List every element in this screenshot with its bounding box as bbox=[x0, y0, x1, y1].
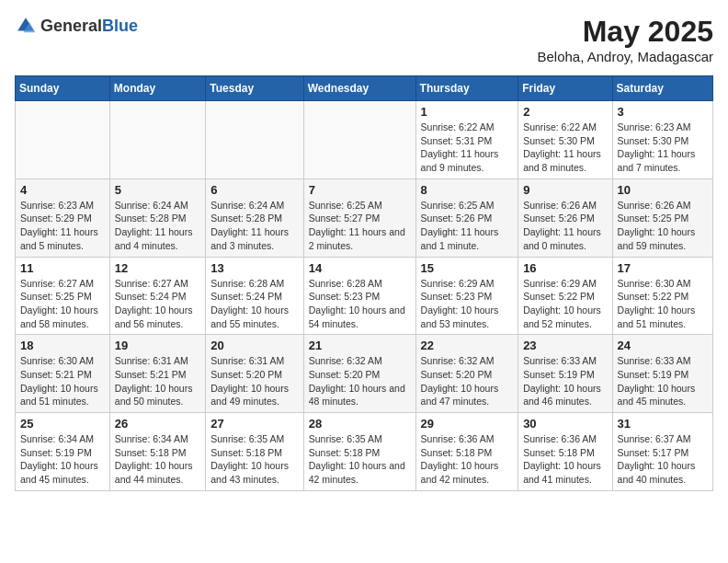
calendar-cell: 29Sunrise: 6:36 AM Sunset: 5:18 PM Dayli… bbox=[415, 413, 518, 491]
day-number: 17 bbox=[618, 261, 708, 275]
day-number: 19 bbox=[115, 339, 200, 352]
day-info: Sunrise: 6:32 AM Sunset: 5:20 PM Dayligh… bbox=[309, 354, 411, 408]
day-info: Sunrise: 6:37 AM Sunset: 5:17 PM Dayligh… bbox=[618, 432, 708, 487]
day-number: 5 bbox=[115, 183, 200, 197]
calendar-cell: 25Sunrise: 6:34 AM Sunset: 5:19 PM Dayli… bbox=[16, 413, 110, 491]
day-number: 9 bbox=[523, 183, 607, 197]
day-info: Sunrise: 6:28 AM Sunset: 5:24 PM Dayligh… bbox=[210, 277, 298, 331]
day-number: 24 bbox=[618, 339, 708, 352]
calendar-day-header: Tuesday bbox=[206, 76, 303, 101]
calendar-cell: 10Sunrise: 6:26 AM Sunset: 5:25 PM Dayli… bbox=[612, 178, 712, 257]
calendar-cell: 4Sunrise: 6:23 AM Sunset: 5:29 PM Daylig… bbox=[16, 178, 110, 257]
day-number: 14 bbox=[309, 261, 411, 275]
day-number: 25 bbox=[20, 417, 105, 431]
day-number: 11 bbox=[20, 261, 105, 275]
page-title: May 2025 bbox=[537, 15, 713, 49]
day-info: Sunrise: 6:30 AM Sunset: 5:21 PM Dayligh… bbox=[20, 354, 105, 408]
day-number: 27 bbox=[210, 417, 298, 431]
day-info: Sunrise: 6:23 AM Sunset: 5:30 PM Dayligh… bbox=[618, 121, 708, 175]
day-number: 16 bbox=[523, 261, 607, 275]
day-info: Sunrise: 6:29 AM Sunset: 5:23 PM Dayligh… bbox=[421, 277, 514, 331]
calendar-day-header: Sunday bbox=[16, 76, 110, 101]
day-number: 30 bbox=[523, 417, 607, 431]
day-number: 12 bbox=[115, 261, 200, 275]
calendar-cell bbox=[303, 101, 415, 179]
day-info: Sunrise: 6:23 AM Sunset: 5:29 PM Dayligh… bbox=[20, 199, 105, 253]
day-info: Sunrise: 6:32 AM Sunset: 5:20 PM Dayligh… bbox=[421, 354, 514, 408]
day-number: 15 bbox=[421, 261, 514, 275]
calendar-cell: 19Sunrise: 6:31 AM Sunset: 5:21 PM Dayli… bbox=[109, 335, 205, 413]
calendar-cell: 13Sunrise: 6:28 AM Sunset: 5:24 PM Dayli… bbox=[206, 257, 303, 335]
calendar-cell: 6Sunrise: 6:24 AM Sunset: 5:28 PM Daylig… bbox=[206, 178, 303, 257]
calendar-cell bbox=[16, 101, 110, 179]
calendar-cell: 2Sunrise: 6:22 AM Sunset: 5:30 PM Daylig… bbox=[518, 101, 612, 179]
calendar-cell: 30Sunrise: 6:36 AM Sunset: 5:18 PM Dayli… bbox=[518, 413, 612, 491]
day-info: Sunrise: 6:36 AM Sunset: 5:18 PM Dayligh… bbox=[523, 432, 607, 487]
calendar-day-header: Monday bbox=[109, 76, 205, 101]
day-info: Sunrise: 6:27 AM Sunset: 5:25 PM Dayligh… bbox=[20, 277, 105, 331]
day-info: Sunrise: 6:34 AM Sunset: 5:18 PM Dayligh… bbox=[115, 432, 200, 487]
day-info: Sunrise: 6:22 AM Sunset: 5:30 PM Dayligh… bbox=[523, 121, 607, 175]
day-info: Sunrise: 6:24 AM Sunset: 5:28 PM Dayligh… bbox=[210, 199, 298, 253]
day-number: 28 bbox=[309, 417, 411, 431]
calendar-week-row: 18Sunrise: 6:30 AM Sunset: 5:21 PM Dayli… bbox=[16, 335, 713, 413]
day-info: Sunrise: 6:34 AM Sunset: 5:19 PM Dayligh… bbox=[20, 432, 105, 487]
day-info: Sunrise: 6:22 AM Sunset: 5:31 PM Dayligh… bbox=[421, 121, 514, 175]
day-number: 2 bbox=[523, 105, 607, 119]
day-info: Sunrise: 6:25 AM Sunset: 5:27 PM Dayligh… bbox=[309, 199, 411, 253]
day-number: 1 bbox=[421, 105, 514, 119]
calendar-day-header: Thursday bbox=[415, 76, 518, 101]
day-info: Sunrise: 6:24 AM Sunset: 5:28 PM Dayligh… bbox=[115, 199, 200, 253]
calendar-day-header: Friday bbox=[518, 76, 612, 101]
calendar-cell: 1Sunrise: 6:22 AM Sunset: 5:31 PM Daylig… bbox=[415, 101, 518, 179]
day-number: 7 bbox=[309, 183, 411, 197]
day-number: 23 bbox=[523, 339, 607, 352]
logo-blue-text: Blue bbox=[102, 17, 138, 35]
day-number: 13 bbox=[210, 261, 298, 275]
calendar-cell: 22Sunrise: 6:32 AM Sunset: 5:20 PM Dayli… bbox=[415, 335, 518, 413]
calendar-cell: 18Sunrise: 6:30 AM Sunset: 5:21 PM Dayli… bbox=[16, 335, 110, 413]
calendar-cell: 3Sunrise: 6:23 AM Sunset: 5:30 PM Daylig… bbox=[612, 101, 712, 179]
calendar-cell: 15Sunrise: 6:29 AM Sunset: 5:23 PM Dayli… bbox=[415, 257, 518, 335]
day-info: Sunrise: 6:33 AM Sunset: 5:19 PM Dayligh… bbox=[523, 354, 607, 408]
calendar-cell: 31Sunrise: 6:37 AM Sunset: 5:17 PM Dayli… bbox=[612, 413, 712, 491]
calendar-week-row: 4Sunrise: 6:23 AM Sunset: 5:29 PM Daylig… bbox=[16, 178, 713, 257]
day-number: 6 bbox=[210, 183, 298, 197]
logo-icon bbox=[15, 15, 37, 37]
logo: GeneralBlue bbox=[15, 15, 138, 37]
title-block: May 2025 Beloha, Androy, Madagascar bbox=[537, 15, 713, 64]
calendar-day-header: Wednesday bbox=[303, 76, 415, 101]
calendar-week-row: 11Sunrise: 6:27 AM Sunset: 5:25 PM Dayli… bbox=[16, 257, 713, 335]
day-info: Sunrise: 6:31 AM Sunset: 5:20 PM Dayligh… bbox=[210, 354, 298, 408]
day-info: Sunrise: 6:27 AM Sunset: 5:24 PM Dayligh… bbox=[115, 277, 200, 331]
day-number: 31 bbox=[618, 417, 708, 431]
calendar-cell: 27Sunrise: 6:35 AM Sunset: 5:18 PM Dayli… bbox=[206, 413, 303, 491]
calendar-table: SundayMondayTuesdayWednesdayThursdayFrid… bbox=[15, 75, 713, 491]
day-info: Sunrise: 6:26 AM Sunset: 5:25 PM Dayligh… bbox=[618, 199, 708, 253]
logo-general-text: General bbox=[40, 17, 102, 35]
page-subtitle: Beloha, Androy, Madagascar bbox=[537, 49, 713, 64]
day-info: Sunrise: 6:29 AM Sunset: 5:22 PM Dayligh… bbox=[523, 277, 607, 331]
day-number: 8 bbox=[421, 183, 514, 197]
calendar-cell: 5Sunrise: 6:24 AM Sunset: 5:28 PM Daylig… bbox=[109, 178, 205, 257]
calendar-cell: 24Sunrise: 6:33 AM Sunset: 5:19 PM Dayli… bbox=[612, 335, 712, 413]
day-number: 26 bbox=[115, 417, 200, 431]
day-info: Sunrise: 6:35 AM Sunset: 5:18 PM Dayligh… bbox=[309, 432, 411, 487]
calendar-header-row: SundayMondayTuesdayWednesdayThursdayFrid… bbox=[16, 76, 713, 101]
day-number: 10 bbox=[618, 183, 708, 197]
calendar-cell: 11Sunrise: 6:27 AM Sunset: 5:25 PM Dayli… bbox=[16, 257, 110, 335]
day-number: 21 bbox=[309, 339, 411, 352]
calendar-cell: 12Sunrise: 6:27 AM Sunset: 5:24 PM Dayli… bbox=[109, 257, 205, 335]
day-number: 29 bbox=[421, 417, 514, 431]
day-info: Sunrise: 6:33 AM Sunset: 5:19 PM Dayligh… bbox=[618, 354, 708, 408]
calendar-cell bbox=[206, 101, 303, 179]
day-number: 20 bbox=[210, 339, 298, 352]
calendar-cell: 8Sunrise: 6:25 AM Sunset: 5:26 PM Daylig… bbox=[415, 178, 518, 257]
calendar-week-row: 1Sunrise: 6:22 AM Sunset: 5:31 PM Daylig… bbox=[16, 101, 713, 179]
calendar-cell: 23Sunrise: 6:33 AM Sunset: 5:19 PM Dayli… bbox=[518, 335, 612, 413]
calendar-cell: 21Sunrise: 6:32 AM Sunset: 5:20 PM Dayli… bbox=[303, 335, 415, 413]
page-header: GeneralBlue May 2025 Beloha, Androy, Mad… bbox=[15, 15, 713, 64]
day-info: Sunrise: 6:30 AM Sunset: 5:22 PM Dayligh… bbox=[618, 277, 708, 331]
day-info: Sunrise: 6:28 AM Sunset: 5:23 PM Dayligh… bbox=[309, 277, 411, 331]
calendar-cell: 9Sunrise: 6:26 AM Sunset: 5:26 PM Daylig… bbox=[518, 178, 612, 257]
